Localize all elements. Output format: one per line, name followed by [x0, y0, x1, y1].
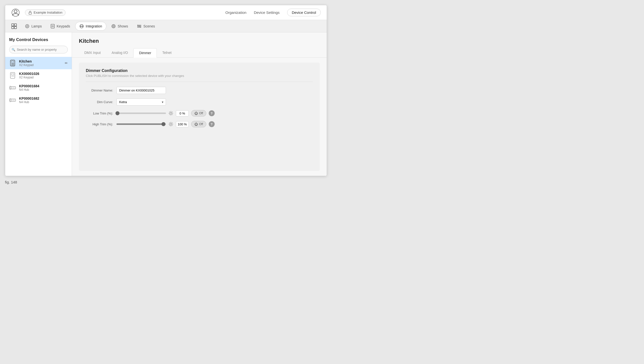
svg-line-65	[170, 125, 170, 126]
nav-integration[interactable]: Integration	[75, 22, 106, 31]
nav-device-settings[interactable]: Device Settings	[254, 10, 280, 16]
high-trim-off-button[interactable]: ⏻ Off	[191, 121, 206, 127]
svg-rect-29	[12, 64, 13, 65]
device-icon-keypad	[9, 60, 16, 66]
svg-rect-2	[29, 12, 32, 14]
main-content: My Control Devices 🔍	[5, 32, 327, 176]
high-trim-slider-row: ⏻ Off ?	[116, 121, 215, 127]
nav-scenes[interactable]: Scenes	[133, 22, 159, 30]
high-trim-off-label: Off	[199, 122, 203, 126]
device-icon-kx1026	[9, 72, 16, 79]
sidebar-title: My Control Devices	[5, 37, 72, 46]
power-icon-low: ⏻	[194, 111, 198, 115]
svg-line-53	[170, 112, 170, 112]
device-icon-kp1682	[9, 97, 16, 104]
svg-rect-27	[13, 63, 14, 64]
tabs: DMX Input Analog I/O Dimmer Telnet	[72, 48, 327, 58]
search-icon: 🔍	[12, 48, 15, 52]
tab-dimmer[interactable]: Dimmer	[133, 48, 157, 58]
low-trim-help-button[interactable]: ?	[209, 110, 215, 116]
nav-organization[interactable]: Organization	[225, 10, 246, 16]
shows-label: Shows	[118, 24, 128, 28]
high-trim-help-button[interactable]: ?	[209, 121, 215, 127]
tab-telnet[interactable]: Telnet	[157, 48, 177, 58]
device-sub-kp1682: N4 Hub	[19, 100, 68, 104]
device-info-kx1026: KX00001026 X2 Keypad	[19, 72, 68, 79]
top-nav-left: Example Installation	[11, 8, 225, 17]
device-icon-kp1684	[9, 84, 16, 91]
scenes-icon	[137, 24, 142, 28]
dimmer-name-label: Dimmer Name:	[86, 88, 113, 92]
device-item-kx1026[interactable]: KX00001026 X2 Keypad	[5, 69, 72, 82]
lamps-label: Lamps	[32, 24, 42, 28]
svg-rect-32	[12, 74, 14, 75]
tab-dmx[interactable]: DMX Input	[79, 48, 106, 58]
tab-analog[interactable]: Analog I/O	[106, 48, 133, 58]
dimmer-name-row: Dimmer Name:	[86, 87, 313, 94]
lock-icon	[28, 11, 32, 14]
low-trim-off-label: Off	[199, 112, 203, 115]
low-trim-track[interactable]	[116, 112, 166, 114]
svg-point-16	[113, 26, 114, 26]
nav-device-control[interactable]: Device Control	[287, 9, 321, 16]
low-trim-slider-row: ⏻ Off ?	[116, 110, 215, 116]
device-sub-kitchen: X2 Keypad	[19, 63, 62, 67]
edit-icon-kitchen[interactable]: ✏	[65, 61, 68, 65]
device-sub-kp1684: N4 Hub	[19, 88, 68, 92]
low-trim-thumb[interactable]	[116, 111, 120, 115]
dimmer-config-panel: Dimmer Configuration Click PUBLISH to co…	[79, 62, 320, 171]
nav-keypads[interactable]: Keypads	[47, 22, 74, 30]
grid-icon[interactable]	[10, 22, 18, 30]
svg-line-64	[172, 123, 172, 123]
low-trim-off-button[interactable]: ⏻ Off	[191, 110, 206, 116]
svg-point-8	[26, 26, 28, 27]
user-icon[interactable]	[11, 8, 20, 17]
installation-badge[interactable]: Example Installation	[25, 10, 66, 16]
device-name-kp1682: KP00001682	[19, 96, 68, 100]
scenes-label: Scenes	[144, 24, 155, 28]
dim-curve-label: Dim Curve:	[86, 100, 113, 104]
device-sub-kx1026: X2 Keypad	[19, 76, 68, 79]
device-info-kp1682: KP00001682 N4 Hub	[19, 96, 68, 104]
device-item-kp1684[interactable]: KP00001684 N4 Hub	[5, 82, 72, 94]
svg-rect-34	[12, 76, 13, 76]
low-trim-sun-icon	[168, 111, 173, 116]
high-trim-track[interactable]	[116, 124, 166, 125]
dimmer-name-input[interactable]	[116, 87, 166, 94]
device-item-kitchen[interactable]: Kitchen X2 Keypad ✏	[5, 57, 72, 69]
svg-rect-37	[10, 87, 12, 88]
keypads-icon	[51, 24, 55, 28]
high-trim-sun-icon	[168, 122, 173, 126]
power-icon-high: ⏻	[194, 122, 198, 126]
right-panel: Kitchen DMX Input Analog I/O Dimmer Teln…	[72, 32, 327, 176]
high-trim-pct-input[interactable]	[176, 121, 189, 127]
high-trim-thumb[interactable]	[162, 122, 166, 126]
sidebar: My Control Devices 🔍	[5, 32, 72, 176]
panel-title: Kitchen	[79, 38, 320, 44]
svg-line-55	[172, 112, 172, 112]
svg-point-7	[26, 24, 29, 28]
dim-curve-select[interactable]: Ketra Linear Square Log	[116, 98, 166, 106]
svg-point-0	[14, 10, 17, 13]
svg-rect-30	[13, 64, 14, 65]
panel-header: Kitchen	[72, 32, 327, 48]
integration-icon	[80, 24, 84, 28]
config-subtitle: Click PUBLISH to commission the selected…	[86, 74, 313, 82]
installation-name: Example Installation	[34, 11, 62, 14]
search-input[interactable]	[9, 46, 68, 54]
svg-rect-43	[10, 100, 12, 101]
nav-shows[interactable]: Shows	[107, 22, 132, 30]
second-nav: Lamps Keypads Integration	[5, 20, 327, 32]
svg-rect-35	[13, 76, 14, 76]
config-title: Dimmer Configuration	[86, 68, 313, 73]
device-name-kp1684: KP00001684	[19, 84, 68, 88]
top-nav-right: Organization Device Settings Device Cont…	[225, 9, 321, 16]
device-info-kp1684: KP00001684 N4 Hub	[19, 84, 68, 92]
svg-rect-25	[12, 63, 12, 64]
search-box: 🔍	[9, 46, 68, 54]
low-trim-pct-input[interactable]	[176, 110, 189, 116]
device-item-kp1682[interactable]: KP00001682 N4 Hub	[5, 94, 72, 106]
top-nav: Example Installation Organization Device…	[5, 5, 327, 20]
svg-point-57	[170, 123, 172, 125]
nav-lamps[interactable]: Lamps	[21, 22, 46, 30]
